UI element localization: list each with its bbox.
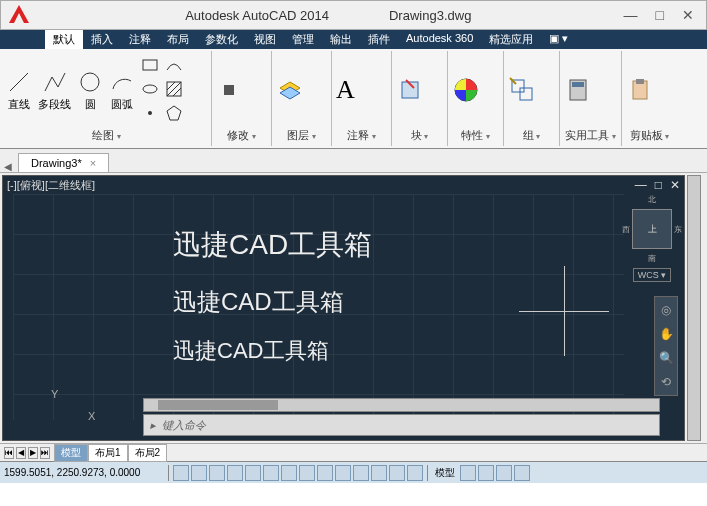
tool-properties[interactable] (452, 76, 480, 104)
layout-tab-model[interactable]: 模型 (54, 444, 88, 462)
rect-icon[interactable] (141, 56, 159, 74)
polygon-icon[interactable] (165, 104, 183, 122)
hatch-icon[interactable] (165, 80, 183, 98)
status-grid-icon[interactable] (191, 465, 207, 481)
tool-layer[interactable] (276, 76, 304, 104)
layout-tab-2[interactable]: 布局2 (128, 444, 168, 462)
nav-pan-icon[interactable]: ✋ (659, 327, 674, 341)
nav-orbit-icon[interactable]: ⟲ (661, 375, 671, 389)
viewcube[interactable]: 上 (632, 209, 672, 249)
ribbon-tabs: 默认 插入 注释 布局 参数化 视图 管理 输出 插件 Autodesk 360… (0, 30, 707, 49)
tool-utilities[interactable] (564, 76, 592, 104)
viewcube-north: 北 (648, 194, 656, 205)
close-button[interactable]: ✕ (682, 7, 694, 23)
tool-line[interactable]: 直线 (6, 69, 32, 112)
ribbon-tab-extra[interactable]: ▣ ▾ (541, 30, 576, 49)
ribbon-tab-output[interactable]: 输出 (322, 30, 360, 49)
viewport-minimize[interactable]: — (635, 178, 647, 192)
ribbon-tab-featured[interactable]: 精选应用 (481, 30, 541, 49)
status-qp-icon[interactable] (371, 465, 387, 481)
panel-name-layer[interactable]: 图层 (276, 127, 327, 144)
panel-name-draw[interactable]: 绘图 (6, 127, 207, 144)
ribbon-tab-manage[interactable]: 管理 (284, 30, 322, 49)
ribbon-tab-annotate[interactable]: 注释 (121, 30, 159, 49)
crosshair-cursor-icon (519, 266, 609, 356)
status-snap-icon[interactable] (173, 465, 189, 481)
drawing-text: 迅捷CAD工具箱 (173, 226, 372, 264)
svg-rect-7 (224, 85, 234, 95)
panel-name-prop[interactable]: 特性 (452, 127, 499, 144)
status-model-space[interactable]: 模型 (432, 466, 458, 480)
ribbon-tab-plugin[interactable]: 插件 (360, 30, 398, 49)
nav-wheel-icon[interactable]: ◎ (661, 303, 671, 317)
status-osnap-icon[interactable] (245, 465, 261, 481)
drawing-text: 迅捷CAD工具箱 (173, 336, 329, 366)
point-icon[interactable] (141, 104, 159, 122)
layout-tab-1[interactable]: 布局1 (88, 444, 128, 462)
ribbon-tab-default[interactable]: 默认 (45, 30, 83, 49)
maximize-button[interactable]: □ (656, 7, 664, 23)
viewport-label[interactable]: [-][俯视][二维线框] (7, 178, 95, 193)
status-tpy-icon[interactable] (353, 465, 369, 481)
panel-name-modify[interactable]: 修改 (216, 127, 267, 144)
status-lwt-icon[interactable] (335, 465, 351, 481)
status-layout-icon[interactable] (460, 465, 476, 481)
status-3dosnap-icon[interactable] (263, 465, 279, 481)
tool-block[interactable] (396, 76, 424, 104)
cmd-placeholder: 键入命令 (162, 418, 206, 433)
status-annoscale-icon[interactable] (496, 465, 512, 481)
minimize-button[interactable]: — (624, 7, 638, 23)
status-polar-icon[interactable] (227, 465, 243, 481)
panel-name-annot[interactable]: 注释 (336, 127, 387, 144)
ribbon-tab-insert[interactable]: 插入 (83, 30, 121, 49)
status-ducs-icon[interactable] (299, 465, 315, 481)
cmd-prompt-icon: ▸ (150, 419, 156, 432)
panel-name-clip[interactable]: 剪贴板 (626, 127, 673, 144)
layout-nav-last[interactable]: ⏭ (40, 447, 50, 459)
viewcube-south: 南 (648, 253, 656, 264)
nav-zoom-icon[interactable]: 🔍 (659, 351, 674, 365)
tool-clipboard[interactable] (626, 76, 654, 104)
layout-nav-next[interactable]: ▶ (28, 447, 38, 459)
spline-icon[interactable] (165, 56, 183, 74)
ribbon-tab-view[interactable]: 视图 (246, 30, 284, 49)
autocad-logo-icon (5, 3, 33, 27)
tool-arc[interactable]: 圆弧 (109, 69, 135, 112)
ribbon-tab-parametric[interactable]: 参数化 (197, 30, 246, 49)
ribbon-tab-a360[interactable]: Autodesk 360 (398, 30, 481, 49)
svg-point-1 (81, 73, 99, 91)
doc-title: Drawing3.dwg (389, 8, 471, 23)
doc-tab-label: Drawing3* (31, 157, 82, 169)
panel-name-group[interactable]: 组 (508, 127, 555, 144)
vertical-scrollbar[interactable] (687, 175, 701, 441)
horizontal-scrollbar[interactable] (143, 398, 660, 412)
panel-name-block[interactable]: 块 (396, 127, 443, 144)
layout-nav-prev[interactable]: ◀ (16, 447, 26, 459)
ribbon-tab-layout[interactable]: 布局 (159, 30, 197, 49)
command-line[interactable]: ▸ 键入命令 (143, 414, 660, 436)
tool-modify[interactable] (216, 77, 242, 103)
layout-nav-first[interactable]: ⏮ (4, 447, 14, 459)
wcs-dropdown[interactable]: WCS ▾ (633, 268, 672, 282)
status-annovis-icon[interactable] (514, 465, 530, 481)
tool-group[interactable] (508, 76, 536, 104)
panel-name-util[interactable]: 实用工具 (564, 127, 617, 144)
doc-tab-close[interactable]: × (90, 157, 96, 169)
drawing-canvas[interactable]: [-][俯视][二维线框] — □ ✕ 迅捷CAD工具箱 迅捷CAD工具箱 迅捷… (2, 175, 685, 441)
status-qv-icon[interactable] (478, 465, 494, 481)
status-bar: 1599.5051, 2250.9273, 0.0000 模型 (0, 461, 707, 483)
tool-annotation[interactable]: A (336, 75, 355, 105)
status-sc-icon[interactable] (389, 465, 405, 481)
tool-polyline[interactable]: 多段线 (38, 69, 71, 112)
status-otrack-icon[interactable] (281, 465, 297, 481)
doc-tab[interactable]: Drawing3* × (18, 153, 109, 172)
workspace: [-][俯视][二维线框] — □ ✕ 迅捷CAD工具箱 迅捷CAD工具箱 迅捷… (0, 173, 707, 443)
ellipse-icon[interactable] (141, 80, 159, 98)
viewport-maximize[interactable]: □ (655, 178, 662, 192)
status-dyn-icon[interactable] (317, 465, 333, 481)
viewport-close[interactable]: ✕ (670, 178, 680, 192)
status-ortho-icon[interactable] (209, 465, 225, 481)
svg-marker-6 (167, 106, 181, 120)
status-am-icon[interactable] (407, 465, 423, 481)
tool-circle[interactable]: 圆 (77, 69, 103, 112)
